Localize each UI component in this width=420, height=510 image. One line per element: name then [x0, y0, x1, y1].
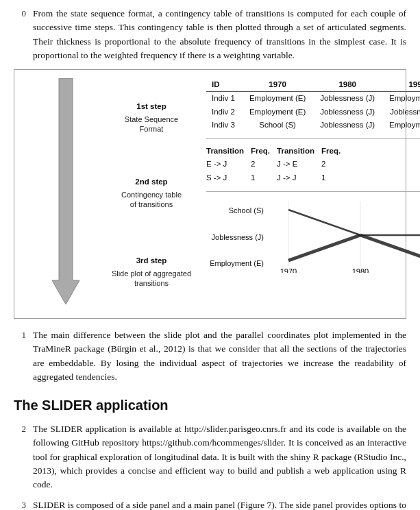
seq-header-1970: 1970 [242, 78, 312, 92]
figure-right-content: ID 1970 1980 1990 Indiv 1 Employment (E)… [199, 78, 420, 277]
trans-f3: 1 [251, 171, 277, 184]
seq-1980-2: Joblessness (J) [313, 106, 382, 119]
paragraph-1: 1 The main difference between the slide … [14, 328, 406, 384]
seq-1970-3: School (S) [242, 119, 312, 132]
line-num-1: 1 [14, 328, 26, 342]
divider-1 [206, 138, 420, 139]
sequence-table: ID 1970 1980 1990 Indiv 1 Employment (E)… [206, 78, 420, 132]
paragraph-3: 3 SLIDER is composed of a side panel and… [14, 498, 406, 510]
divider-2 [206, 191, 420, 192]
line-num-3: 3 [14, 498, 26, 510]
step-2-label: Contingency tableof transitions [110, 190, 193, 210]
trans-row-2: S -> J 1 J -> J 1 [206, 171, 347, 184]
plot-y-labels: School (S) Joblessness (J) Employment (E… [206, 197, 268, 277]
svg-marker-0 [52, 78, 79, 304]
x-label-1980: 1980 [352, 267, 369, 273]
svg-line-6 [360, 235, 420, 260]
step-3: 3rd step Slide plot of aggregatedtransit… [110, 253, 193, 289]
trans-h2: Freq. [251, 145, 277, 158]
step-2-num: 2nd step [110, 177, 193, 187]
x-label-1970: 1970 [280, 267, 297, 273]
trans-f4: 1 [321, 171, 347, 184]
paragraph-1-text: The main difference between the slide pl… [33, 328, 406, 384]
step-3-num: 3rd step [110, 256, 193, 266]
y-label-school: School (S) [206, 205, 264, 217]
step-2: 2nd step Contingency tableof transitions [110, 174, 193, 210]
figure-6: 1st step State SequenceFormat 2nd step C… [14, 69, 406, 319]
svg-line-4 [288, 235, 360, 260]
paragraph-0: 0 From the state sequence format, a cont… [14, 7, 406, 62]
y-label-employ: Employment (E) [206, 258, 264, 269]
transition-table: Transition Freq. Transition Freq. E -> J… [206, 145, 347, 184]
seq-1980-1: Joblessness (J) [313, 92, 382, 106]
trans-t1: E -> J [206, 158, 251, 171]
step-1: 1st step State SequenceFormat [110, 99, 193, 134]
step-1-num: 1st step [110, 101, 193, 112]
y-label-jobless: Joblessness (J) [206, 232, 264, 243]
paragraph-3-text: SLIDER is composed of a side panel and a… [33, 498, 406, 510]
paragraph-2-text: The SLIDER application is available at h… [33, 422, 406, 491]
figure-left-steps [21, 78, 110, 311]
trans-f2: 2 [321, 158, 347, 171]
seq-id-2: Indiv 2 [206, 106, 242, 119]
seq-id-3: Indiv 3 [206, 119, 242, 132]
trans-t3: S -> J [206, 171, 251, 184]
trans-h3: Transition [277, 145, 321, 158]
paragraph-0-text: From the state sequence format, a contin… [33, 7, 406, 62]
slide-plot-svg: 1970 1980 1990 [268, 197, 420, 273]
svg-line-5 [288, 210, 360, 235]
steps-overlay: 1st step State SequenceFormat 2nd step C… [110, 78, 199, 311]
seq-id-1: Indiv 1 [206, 92, 242, 106]
seq-1970-1: Employment (E) [242, 92, 312, 106]
seq-row-3: Indiv 3 School (S) Joblessness (J) Emplo… [206, 119, 420, 132]
seq-header-1980: 1980 [313, 78, 382, 92]
seq-1990-2: Joblessness (J) [382, 106, 420, 119]
seq-1970-2: Employment (E) [242, 106, 312, 119]
seq-row-1: Indiv 1 Employment (E) Joblessness (J) E… [206, 92, 420, 106]
arrow-column [49, 78, 83, 311]
trans-t4: J -> J [277, 171, 321, 184]
seq-row-2: Indiv 2 Employment (E) Joblessness (J) J… [206, 106, 420, 119]
section-heading-slider: The SLIDER application [14, 395, 406, 415]
plot-area: 1970 1980 1990 [268, 197, 420, 277]
seq-1990-3: Employment (E) [382, 119, 420, 132]
step-3-label: Slide plot of aggregatedtransitions [110, 269, 193, 289]
seq-header-1990: 1990 [382, 78, 420, 92]
step-1-label: State SequenceFormat [110, 114, 193, 134]
seq-1980-3: Joblessness (J) [313, 119, 382, 132]
seq-header-id: ID [206, 78, 242, 92]
trans-h4: Freq. [321, 145, 347, 158]
trans-f1: 2 [251, 158, 277, 171]
trans-h1: Transition [206, 145, 251, 158]
trans-t2: J -> E [277, 158, 321, 171]
line-num-0: 0 [14, 7, 26, 21]
seq-1990-1: Employment (E) [382, 92, 420, 106]
line-num-2: 2 [14, 422, 26, 436]
paragraph-2: 2 The SLIDER application is available at… [14, 422, 406, 491]
big-arrow-svg [49, 78, 83, 311]
trans-row-1: E -> J 2 J -> E 2 [206, 158, 347, 171]
slide-plot-container: School (S) Joblessness (J) Employment (E… [206, 197, 420, 277]
